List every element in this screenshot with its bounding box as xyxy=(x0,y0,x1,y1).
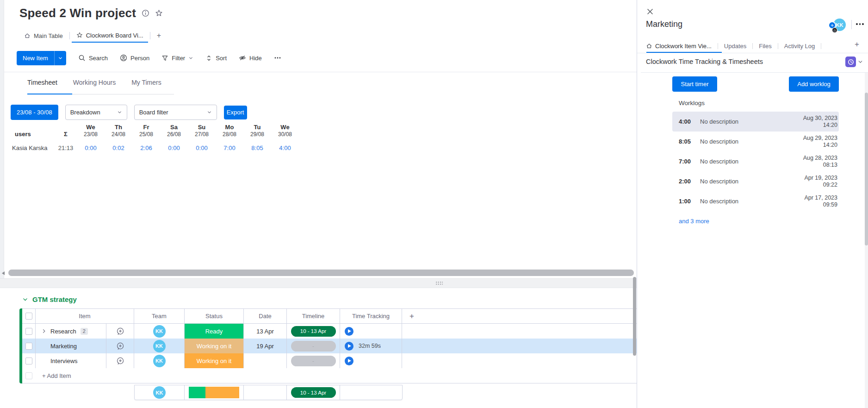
avatar[interactable]: KK xyxy=(153,340,166,352)
play-timer-button[interactable] xyxy=(345,357,353,365)
worklog-row[interactable]: 4:00 No description Aug 30, 202314:20 xyxy=(672,112,839,132)
add-update-cell[interactable] xyxy=(106,353,134,368)
hide-button[interactable]: Hide xyxy=(239,54,262,62)
play-timer-button[interactable] xyxy=(345,327,353,336)
select-all-checkbox[interactable] xyxy=(25,313,32,320)
add-panel-tab-button[interactable]: + xyxy=(855,40,859,49)
add-view-button[interactable]: + xyxy=(152,29,166,43)
status-distribution-bar[interactable] xyxy=(189,387,240,398)
hours-cell[interactable]: 7:00 xyxy=(216,143,243,153)
add-update-cell[interactable] xyxy=(106,339,134,353)
section-divider xyxy=(641,72,868,73)
item-name[interactable]: Marketing xyxy=(50,343,77,350)
filter-button[interactable]: Filter xyxy=(161,55,193,62)
hours-cell[interactable]: 0:00 xyxy=(77,143,105,153)
date-range-button[interactable]: 23/08 - 30/08 xyxy=(11,105,58,120)
worklog-row[interactable]: 2:00 No description Apr 19, 202309:22 xyxy=(672,171,839,191)
row-checkbox[interactable] xyxy=(25,328,32,335)
hours-cell[interactable]: 0:00 xyxy=(160,143,188,153)
column-header-timeline[interactable]: Timeline xyxy=(287,309,340,323)
group-collapse-icon[interactable] xyxy=(22,296,28,302)
status-cell[interactable]: Ready xyxy=(185,324,243,339)
add-worklog-button[interactable]: Add worklog xyxy=(789,76,839,92)
start-timer-button[interactable]: Start timer xyxy=(672,76,717,92)
tab-label: Clockwork Item Vie... xyxy=(655,43,712,50)
date-cell[interactable]: 19 Apr xyxy=(244,339,287,353)
tab-separator xyxy=(752,43,753,49)
hscroll-left-arrow[interactable] xyxy=(2,271,5,275)
panel-item-title[interactable]: Marketing xyxy=(646,19,682,29)
show-more-worklogs-link[interactable]: and 3 more xyxy=(679,218,709,225)
add-item-button[interactable]: + Add Item xyxy=(42,372,71,379)
hours-cell[interactable]: 2:06 xyxy=(132,143,160,153)
export-button[interactable]: Export xyxy=(224,106,247,119)
row-checkbox[interactable] xyxy=(25,343,32,350)
tab-files[interactable]: Files xyxy=(759,43,771,50)
row-checkbox[interactable] xyxy=(25,358,32,364)
close-panel-button[interactable] xyxy=(646,7,654,16)
tab-main-table[interactable]: Main Table xyxy=(19,29,68,43)
tab-clockwork-board-view[interactable]: Clockwork Board Vi... xyxy=(72,29,148,43)
hours-cell[interactable]: 4:00 xyxy=(271,143,299,153)
tab-working-hours[interactable]: Working Hours xyxy=(73,79,116,92)
tab-activity-log[interactable]: Activity Log xyxy=(784,43,815,50)
hours-cell[interactable]: 0:02 xyxy=(105,143,132,153)
timeline-pill[interactable]: 10 - 13 Apr xyxy=(291,326,336,337)
panel-scrollbar[interactable] xyxy=(865,93,868,245)
item-name[interactable]: Research xyxy=(50,328,76,335)
tab-updates[interactable]: Updates xyxy=(724,43,746,50)
person-filter-button[interactable]: Person xyxy=(120,54,149,62)
tab-clockwork-item-view[interactable]: Clockwork Item Vie... xyxy=(646,43,712,50)
expand-chevron-icon[interactable] xyxy=(41,328,47,334)
timeline-pill[interactable]: - xyxy=(291,341,336,352)
board-filter-select[interactable]: Board filter xyxy=(134,105,217,120)
info-icon[interactable] xyxy=(142,9,149,17)
column-header-time-tracking[interactable]: Time Tracking xyxy=(340,309,402,323)
new-item-button[interactable]: New Item xyxy=(17,51,66,65)
avatar: KK xyxy=(153,386,166,399)
tab-separator xyxy=(821,43,821,49)
worklog-duration: 8:05 xyxy=(679,138,695,145)
hours-cell[interactable]: 0:00 xyxy=(188,143,216,153)
status-cell[interactable]: Working on it xyxy=(185,353,243,368)
horizontal-scrollbar[interactable] xyxy=(8,270,634,276)
worklog-row[interactable]: 1:00 No description Apr 17, 202309:59 xyxy=(672,191,839,211)
column-header-item[interactable]: Item xyxy=(36,309,134,323)
add-column-button[interactable]: + xyxy=(402,309,637,323)
worklog-row[interactable]: 7:00 No description Aug 28, 202308:13 xyxy=(672,151,839,171)
worklog-duration: 2:00 xyxy=(679,178,695,185)
date-cell[interactable] xyxy=(244,353,287,368)
add-update-cell[interactable] xyxy=(106,324,134,339)
column-header-status[interactable]: Status xyxy=(185,309,244,323)
status-cell[interactable]: Working on it xyxy=(185,339,243,353)
view-tabs: Main Table Clockwork Board Vi... + xyxy=(19,29,166,43)
vertical-scrollbar[interactable] xyxy=(633,277,636,356)
tab-my-timers[interactable]: My Timers xyxy=(131,79,161,92)
collapse-section-icon[interactable] xyxy=(857,59,863,65)
group-title[interactable]: GTM strategy xyxy=(32,295,77,303)
new-item-dropdown[interactable] xyxy=(54,51,66,65)
page-title[interactable]: Speed 2 Win project xyxy=(19,6,136,20)
tab-separator xyxy=(150,32,150,39)
search-button[interactable]: Search xyxy=(78,54,108,62)
hours-cell[interactable]: 8:05 xyxy=(243,143,271,153)
tab-timesheet[interactable]: Timesheet xyxy=(27,79,57,92)
breakdown-select[interactable]: Breakdown xyxy=(65,105,127,120)
split-drag-handle[interactable] xyxy=(435,281,443,285)
item-name[interactable]: Interviews xyxy=(50,358,78,364)
panel-more-button[interactable] xyxy=(856,23,864,25)
favorite-star-icon[interactable] xyxy=(155,9,163,17)
avatar[interactable]: KK xyxy=(153,325,166,338)
timeline-pill[interactable]: - xyxy=(291,356,336,366)
sort-button[interactable]: Sort xyxy=(205,55,227,62)
play-timer-button[interactable] xyxy=(345,342,353,351)
date-cell[interactable]: 13 Apr xyxy=(244,324,287,339)
toolbar-more-button[interactable] xyxy=(274,54,281,62)
summary-timeline-pill[interactable]: 10 - 13 Apr xyxy=(291,387,336,398)
clockwork-app-icon[interactable] xyxy=(845,56,856,67)
column-header-date[interactable]: Date xyxy=(244,309,287,323)
avatar[interactable]: KK xyxy=(153,355,166,367)
worklog-row[interactable]: 8:05 No description Aug 29, 202314:20 xyxy=(672,132,839,151)
column-header-team[interactable]: Team xyxy=(134,309,185,323)
filter-label: Filter xyxy=(172,55,185,62)
